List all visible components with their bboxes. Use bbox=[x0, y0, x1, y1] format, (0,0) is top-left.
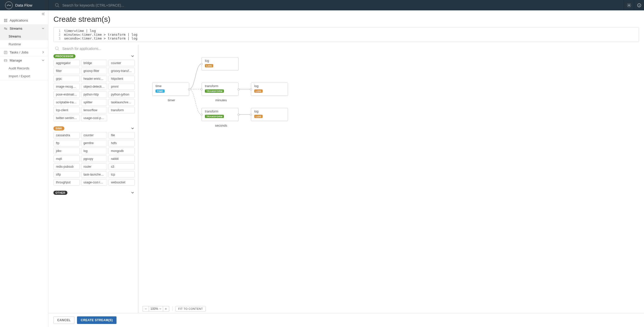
palette-app-chip[interactable]: bridge bbox=[81, 60, 107, 66]
topbar-actions bbox=[624, 0, 644, 10]
editor-line[interactable]: 1timer=time | log bbox=[54, 29, 639, 33]
svg-point-0 bbox=[55, 3, 58, 6]
sidebar-item-streams[interactable]: Streams bbox=[0, 25, 48, 32]
palette-app-chip[interactable]: tasklaunchrequest bbox=[108, 99, 135, 106]
palette-app-chip[interactable]: router bbox=[81, 163, 107, 170]
palette-app-chip[interactable]: tcp-client bbox=[53, 107, 80, 113]
palette-app-chip[interactable]: httpclient bbox=[108, 75, 135, 82]
create-stream-button[interactable]: CREATE STREAM(S) bbox=[77, 316, 116, 324]
palette-app-chip[interactable]: python-jython bbox=[108, 91, 135, 98]
palette-app-chip[interactable]: counter bbox=[81, 132, 107, 139]
palette-app-chip[interactable]: throughput bbox=[53, 179, 80, 186]
sidebar-item-applications[interactable]: Applications bbox=[0, 16, 48, 24]
palette-search[interactable] bbox=[53, 45, 138, 54]
palette-app-chip[interactable]: aggregator bbox=[53, 60, 80, 66]
info-icon bbox=[637, 3, 641, 8]
separator bbox=[172, 306, 172, 311]
palette-app-chip[interactable]: file bbox=[108, 132, 135, 139]
palette-app-chip[interactable]: groovy-filter bbox=[81, 68, 107, 74]
palette-app-chip[interactable]: object-detection bbox=[81, 83, 107, 90]
group-tag: OTHER bbox=[53, 191, 67, 195]
palette-app-chip[interactable]: groovy-transform bbox=[108, 68, 135, 74]
global-search[interactable] bbox=[48, 3, 624, 8]
fit-to-content-button[interactable]: FIT TO CONTENT bbox=[175, 306, 206, 312]
palette-app-chip[interactable]: gemfire bbox=[81, 140, 107, 146]
node-input-port[interactable] bbox=[250, 114, 252, 116]
palette-app-chip[interactable]: usage-cost-processor bbox=[81, 115, 107, 121]
palette-app-chip[interactable]: image-recognition bbox=[53, 83, 80, 90]
palette-search-input[interactable] bbox=[62, 47, 135, 51]
palette-app-chip[interactable]: header-enricher bbox=[81, 75, 107, 82]
palette-app-chip[interactable]: counter bbox=[108, 60, 135, 66]
sidebar-item-audit-records[interactable]: Audit Records bbox=[0, 64, 48, 72]
palette-app-chip[interactable]: sftp bbox=[53, 171, 80, 178]
sidebar-item-manage[interactable]: Manage bbox=[0, 56, 48, 64]
palette-group-header[interactable]: OTHER bbox=[53, 190, 135, 196]
palette-app-chip[interactable]: tensorflow bbox=[81, 107, 107, 113]
sidebar-item-streams-streams[interactable]: Streams bbox=[0, 32, 48, 40]
palette-app-chip[interactable]: scriptable-transform bbox=[53, 99, 80, 106]
settings-button[interactable] bbox=[624, 0, 634, 10]
sidebar-item-streams-runtime[interactable]: Runtime bbox=[0, 40, 48, 48]
palette-app-chip[interactable]: s3 bbox=[108, 163, 135, 170]
palette-app-chip[interactable]: cassandra bbox=[53, 132, 80, 139]
palette-app-chip[interactable]: websocket bbox=[108, 179, 135, 186]
editor-line[interactable]: 3seconds=:timer.time > transform | log bbox=[54, 36, 639, 40]
palette-app-chip[interactable]: python-http bbox=[81, 91, 107, 98]
palette-app-chip[interactable]: hdfs bbox=[108, 140, 135, 146]
info-button[interactable] bbox=[634, 0, 644, 10]
node-log-top[interactable]: log LOG bbox=[202, 57, 239, 70]
palette-app-chip[interactable]: mongodb bbox=[108, 148, 135, 154]
palette-app-chip[interactable]: log bbox=[81, 148, 107, 154]
palette-app-chip[interactable]: rabbit bbox=[108, 156, 135, 162]
sidebar-item-label: Streams bbox=[10, 27, 22, 30]
palette-group-header[interactable]: SINK bbox=[53, 126, 135, 132]
palette-app-chip[interactable]: redis-pubsub bbox=[53, 163, 80, 170]
palette-app-chip[interactable]: mqtt bbox=[53, 156, 80, 162]
node-title: log bbox=[254, 84, 285, 88]
node-transform-bot[interactable]: transform TRANSFORM bbox=[202, 108, 239, 121]
global-search-input[interactable] bbox=[62, 3, 164, 7]
sidebar-item-import-export[interactable]: Import / Export bbox=[0, 72, 48, 80]
node-transform-mid[interactable]: transform TRANSFORM bbox=[202, 83, 239, 96]
chevron-down-icon bbox=[131, 126, 134, 130]
palette-app-chip[interactable]: pmml bbox=[108, 83, 135, 90]
palette-group-header[interactable]: PROCESSOR bbox=[53, 54, 135, 60]
node-log-bot[interactable]: log LOG bbox=[251, 108, 288, 121]
node-input-port[interactable] bbox=[201, 114, 203, 116]
cancel-button[interactable]: CANCEL bbox=[53, 316, 74, 324]
palette-app-chip[interactable]: transform bbox=[108, 107, 135, 113]
palette-app-chip[interactable]: task-launcher-dataflow bbox=[81, 171, 107, 178]
palette-app-chip[interactable]: pose-estimation bbox=[53, 91, 80, 98]
palette-app-chip[interactable]: twitter-sentiment bbox=[53, 115, 80, 121]
node-timer[interactable]: time TIME bbox=[152, 83, 189, 96]
flow-canvas[interactable]: time TIME log LOG transform TRANSFORM bbox=[142, 45, 639, 304]
palette-app-chip[interactable]: ftp bbox=[53, 140, 80, 146]
palette-app-chip[interactable]: jdbc bbox=[53, 148, 80, 154]
editor-line[interactable]: 2minutes=:timer.time > transform | log bbox=[54, 33, 639, 36]
node-output-port[interactable] bbox=[238, 114, 240, 116]
node-output-port[interactable] bbox=[188, 88, 190, 90]
node-input-port[interactable] bbox=[201, 63, 203, 65]
node-output-port[interactable] bbox=[238, 88, 240, 90]
svg-point-5 bbox=[639, 4, 639, 5]
palette-app-chip[interactable]: filter bbox=[53, 68, 80, 74]
zoom-level-select[interactable]: 100% bbox=[149, 306, 163, 312]
zoom-in-button[interactable]: + bbox=[163, 306, 169, 312]
palette-app-chip[interactable]: usage-cost-logger bbox=[81, 179, 107, 186]
dsl-editor[interactable]: 1timer=time | log2minutes=:timer.time > … bbox=[53, 27, 639, 42]
palette-app-chip[interactable]: pgcopy bbox=[81, 156, 107, 162]
streams-icon bbox=[4, 27, 7, 30]
sidebar-item-tasks-jobs[interactable]: Tasks / Jobs bbox=[0, 48, 48, 56]
zoom-out-button[interactable]: − bbox=[143, 306, 149, 312]
palette-app-chip[interactable]: tcp bbox=[108, 171, 135, 178]
sidebar-collapse-button[interactable] bbox=[0, 10, 48, 16]
palette-app-chip[interactable]: splitter bbox=[81, 99, 107, 106]
node-input-port[interactable] bbox=[201, 88, 203, 90]
node-tag: TRANSFORM bbox=[205, 89, 224, 93]
svg-rect-7 bbox=[5, 19, 6, 20]
palette-app-chip[interactable]: grpc bbox=[53, 75, 80, 82]
node-log-mid[interactable]: log LOG bbox=[251, 83, 288, 96]
svg-rect-10 bbox=[5, 20, 6, 21]
node-input-port[interactable] bbox=[250, 88, 252, 90]
